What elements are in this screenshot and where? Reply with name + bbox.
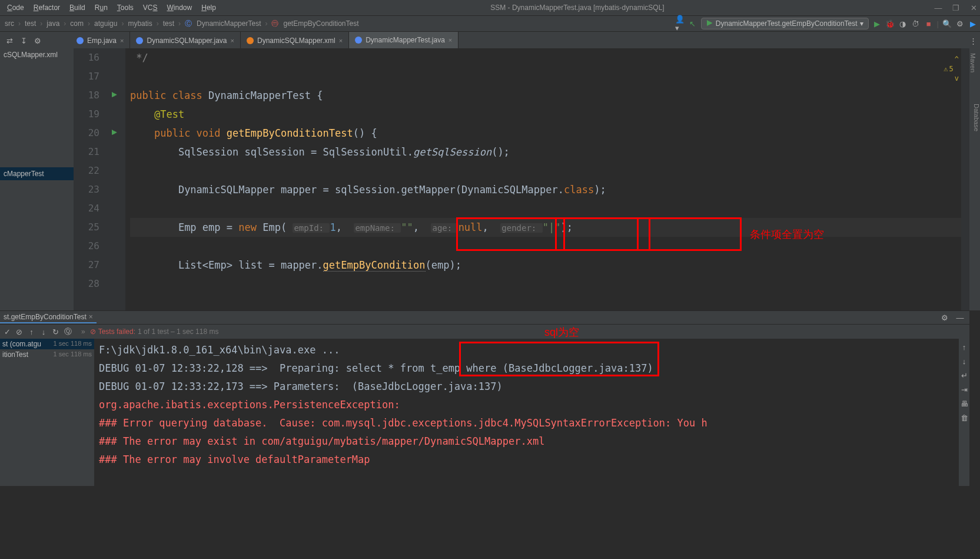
menu-bar: Code Refactor Build Run Tools VCS Window… bbox=[0, 0, 980, 15]
red-box-gender bbox=[637, 217, 742, 251]
run-panel-tab[interactable]: st.getEmpByConditionTest× bbox=[0, 312, 97, 323]
inspection-warnings[interactable]: ⚠ 5 ^ v bbox=[944, 50, 959, 88]
red-label-1: 条件项全置为空 bbox=[750, 227, 824, 242]
close-icon[interactable]: × bbox=[231, 37, 234, 44]
close-icon[interactable]: ✕ bbox=[969, 4, 978, 12]
menu-code[interactable]: Code bbox=[2, 2, 29, 13]
red-box-empname bbox=[456, 217, 565, 251]
run-panel-header: st.getEmpByConditionTest× ⚙ — bbox=[0, 310, 969, 325]
soft-wrap-icon[interactable]: ↵ bbox=[959, 371, 969, 380]
gutter-icons: ⯈ ⯈ bbox=[109, 48, 125, 310]
structure-sidebar: cSQLMapper.xml cMapperTest bbox=[0, 48, 74, 310]
expand-icon[interactable]: ✓ bbox=[4, 327, 11, 336]
close-icon[interactable]: × bbox=[339, 37, 343, 44]
tab-dynsqlmapper-java[interactable]: DynamicSQLMapper.java× bbox=[130, 32, 241, 49]
hide-panel-icon[interactable]: — bbox=[955, 313, 965, 322]
red-box-age bbox=[555, 217, 650, 251]
run-class-icon[interactable]: ⯈ bbox=[111, 91, 118, 98]
export-test-icon[interactable]: Ⓠ bbox=[64, 327, 72, 336]
close-icon[interactable]: × bbox=[89, 313, 93, 321]
red-label-2: sql为空 bbox=[544, 325, 579, 339]
prev-test-icon[interactable]: ↑ bbox=[28, 327, 35, 336]
minimize-icon[interactable]: — bbox=[934, 4, 942, 12]
menu-tools[interactable]: Tools bbox=[112, 2, 138, 13]
debug-icon[interactable]: 🐞 bbox=[885, 19, 895, 28]
clear-icon[interactable]: 🗑 bbox=[959, 413, 969, 422]
sync-icon[interactable]: ▶ bbox=[968, 19, 978, 28]
line-number-gutter: 16171819202122232425262728 bbox=[74, 48, 109, 310]
settings-tab-icon[interactable]: ⚙ bbox=[33, 36, 42, 45]
console-gutter: ↑ ↓ ↵ ⇥ 🖶 🗑 bbox=[959, 339, 969, 486]
scroll-down-icon[interactable]: ↓ bbox=[959, 356, 969, 366]
run-test-tree[interactable]: st (com.atgu1 sec 118 ms itionTest1 sec … bbox=[0, 339, 94, 486]
test-tree-item-method[interactable]: itionTest1 sec 118 ms bbox=[0, 349, 94, 360]
tab-emp[interactable]: Emp.java× bbox=[71, 32, 130, 49]
tab-dynmappertest[interactable]: DynamicMapperTest.java× bbox=[349, 32, 459, 49]
test-tree-item-class[interactable]: st (com.atgu1 sec 118 ms bbox=[0, 339, 94, 349]
maven-tool-label[interactable]: Maven bbox=[969, 48, 976, 72]
editor-tabs-row: ⇄ ↧ ⚙ Emp.java× DynamicSQLMapper.java× D… bbox=[0, 32, 980, 49]
run-icon[interactable]: ▶ bbox=[872, 19, 882, 28]
code-editor[interactable]: 16171819202122232425262728 ⯈ ⯈ */ public… bbox=[74, 48, 969, 310]
navigation-row: src› test› java› com› atguigu› mybatis› … bbox=[0, 15, 980, 32]
close-icon[interactable]: × bbox=[449, 37, 452, 44]
collapse-icon[interactable]: ⊘ bbox=[16, 327, 24, 336]
user-icon[interactable]: 👤▾ bbox=[675, 19, 685, 28]
sidebar-item-test[interactable]: cMapperTest bbox=[0, 167, 74, 180]
sidebar-item-xml[interactable]: cSQLMapper.xml bbox=[0, 48, 74, 61]
menu-run[interactable]: Run bbox=[90, 2, 112, 13]
run-status-bar: » ⊘ Tests failed: 1 of 1 test – 1 sec 11… bbox=[75, 325, 969, 339]
more-icon[interactable]: ⋮ bbox=[971, 36, 980, 45]
menu-vcs[interactable]: VCS bbox=[138, 2, 162, 13]
run-test-icon[interactable]: ⯈ bbox=[111, 129, 118, 136]
run-config-selector[interactable]: ⯈DynamicMapperTest.getEmpByConditionTest… bbox=[701, 18, 869, 29]
menu-build[interactable]: Build bbox=[65, 2, 90, 13]
tab-down-icon[interactable]: ↧ bbox=[19, 36, 28, 45]
database-tool-label[interactable]: Database bbox=[969, 93, 980, 140]
scroll-up-icon[interactable]: ↑ bbox=[959, 342, 969, 352]
settings-icon[interactable]: ⚙ bbox=[955, 19, 965, 28]
search-icon[interactable]: 🔍 bbox=[942, 19, 952, 28]
menu-refactor[interactable]: Refactor bbox=[29, 2, 65, 13]
run-tools: ✓ ⊘ ↑ ↓ ↻ Ⓠ bbox=[0, 325, 75, 339]
coverage-icon[interactable]: ◑ bbox=[898, 19, 908, 28]
profile-icon[interactable]: ⏱ bbox=[911, 19, 921, 28]
right-toolstrip: Maven bbox=[969, 48, 980, 310]
print-icon[interactable]: 🖶 bbox=[959, 399, 969, 408]
tab-left-icon[interactable]: ⇄ bbox=[5, 36, 14, 45]
comment-end: */ bbox=[130, 52, 148, 64]
menu-window[interactable]: Window bbox=[162, 2, 197, 13]
close-icon[interactable]: × bbox=[120, 37, 124, 44]
red-box-sql bbox=[459, 342, 659, 376]
scroll-end-icon[interactable]: ⇥ bbox=[959, 385, 969, 394]
window-title: SSM - DynamicMapperTest.java [mybatis-dy… bbox=[221, 4, 934, 12]
stop-icon[interactable]: ■ bbox=[924, 19, 934, 28]
next-test-icon[interactable]: ↓ bbox=[40, 327, 48, 336]
rerun-test-icon[interactable]: ↻ bbox=[52, 327, 59, 336]
tab-dynsqlmapper-xml[interactable]: DynamicSQLMapper.xml× bbox=[241, 32, 349, 49]
maximize-icon[interactable]: ❐ bbox=[952, 4, 960, 12]
menu-help[interactable]: Help bbox=[197, 2, 221, 13]
hammer-icon[interactable]: ↖ bbox=[688, 19, 697, 28]
breadcrumb[interactable]: src› test› java› com› atguigu› mybatis› … bbox=[2, 19, 361, 29]
run-settings-icon[interactable]: ⚙ bbox=[940, 313, 949, 322]
